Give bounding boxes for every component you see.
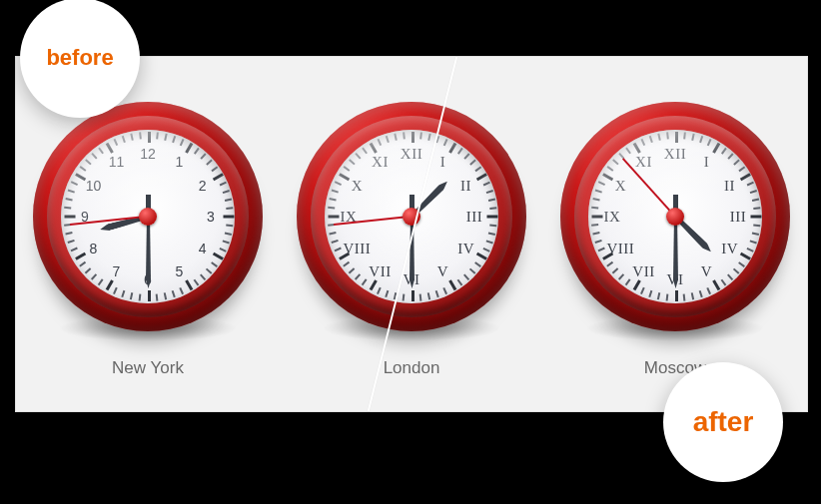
clock-numeral: 4 <box>199 241 207 256</box>
clock-numeral: 12 <box>140 146 156 162</box>
clock-numeral: V <box>437 262 448 279</box>
clock-numeral: II <box>724 177 735 194</box>
clock-numeral: XI <box>372 154 389 171</box>
clock-numeral: 5 <box>176 263 184 279</box>
clock-numeral: VII <box>369 262 391 279</box>
clock-london: XIIIIIIIIIVVVIVIIVIIIIXXXI <box>297 102 526 331</box>
clock-numeral: II <box>460 177 471 194</box>
clock-numeral: IV <box>721 240 738 256</box>
city-label: London <box>281 358 541 378</box>
clock-numeral: V <box>701 262 712 279</box>
clock-numeral: 10 <box>86 178 102 194</box>
clock-numeral: IX <box>604 209 621 226</box>
clock-numeral: 1 <box>176 154 184 170</box>
clock-numeral: XI <box>635 154 652 171</box>
clock-numeral: III <box>730 209 747 226</box>
clock-numeral: IV <box>457 240 474 256</box>
clock-row: 121234567891011XIIIIIIIIIVVVIVIIVIIIIXXX… <box>16 57 807 366</box>
before-badge: before <box>20 0 140 118</box>
clock-numeral: III <box>466 209 483 226</box>
clock-numeral: 11 <box>109 154 125 170</box>
clock-numeral: VIII <box>607 240 635 256</box>
clock-numeral: 2 <box>199 178 207 194</box>
clock-numeral: VII <box>632 262 654 279</box>
clock-panel: 121234567891011XIIIIIIIIIVVVIVIIVIIIIXXX… <box>15 56 808 412</box>
clock-numeral: X <box>615 177 626 194</box>
clock-center-pin <box>139 208 157 226</box>
clock-numeral: VIII <box>344 240 372 256</box>
city-label: Moscow <box>544 358 805 378</box>
clock-numeral: X <box>352 177 363 194</box>
city-label: New York <box>17 358 278 378</box>
before-badge-text: before <box>46 45 113 71</box>
comparison-stage: 121234567891011XIIIIIIIIIVVVIVIIVIIIIXXX… <box>0 0 821 504</box>
clock-center-pin <box>666 208 684 226</box>
clock-numeral: I <box>440 154 446 171</box>
clock-numeral: I <box>704 154 710 171</box>
clock-numeral: XII <box>664 146 686 163</box>
clock-numeral: 7 <box>113 263 121 279</box>
after-badge: after <box>663 362 783 482</box>
clock-numeral: XII <box>401 146 422 163</box>
clock-numeral: 8 <box>90 241 98 256</box>
after-badge-text: after <box>693 406 754 438</box>
clock-numeral: 3 <box>207 209 215 225</box>
clock-new-york: 121234567891011 <box>33 102 263 331</box>
clock-moscow: XIIIIIIIIIVVVIVIIVIIIIXXXI <box>560 102 790 331</box>
